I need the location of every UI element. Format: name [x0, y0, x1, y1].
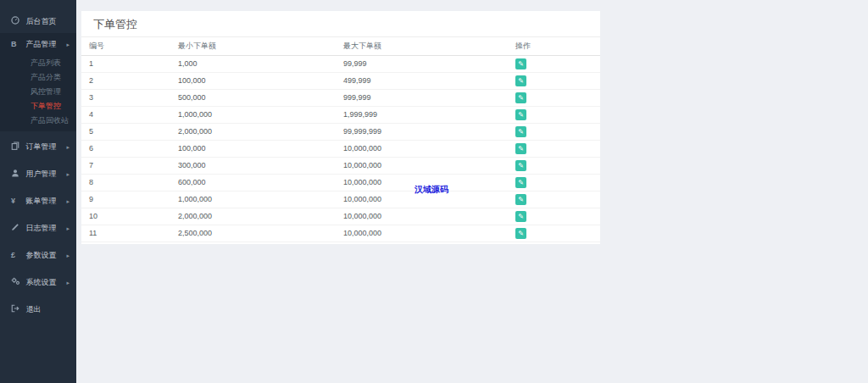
sidebar-item-risk-management[interactable]: 风控管理: [0, 85, 76, 99]
row-actions-cell: ✎: [508, 140, 600, 157]
row-min-order: 500,000: [170, 89, 336, 106]
sidebar-item-system-settings[interactable]: 系统设置 ▸: [0, 271, 76, 294]
row-id: 1: [81, 55, 170, 72]
edit-icon: ✎: [515, 92, 526, 103]
chevron-right-icon: ▸: [66, 190, 70, 213]
edit-icon: ✎: [515, 143, 526, 154]
dashboard-icon: [11, 10, 24, 33]
chevron-right-icon: ▸: [66, 136, 70, 158]
table-row: 91,000,00010,000,000✎: [81, 191, 600, 208]
chevron-right-icon: ▸: [66, 33, 70, 56]
sidebar-item-label: 后台首页: [26, 17, 57, 25]
row-min-order: 2,500,000: [170, 225, 336, 241]
edit-button[interactable]: ✎: [515, 177, 526, 188]
row-min-order: 1,000,000: [170, 106, 336, 123]
sidebar-item-bill-management[interactable]: ¥ 账单管理 ▸: [0, 190, 76, 213]
row-actions-cell: ✎: [508, 174, 600, 191]
edit-icon: ✎: [515, 160, 526, 171]
row-min-order: 300,000: [170, 157, 336, 174]
edit-button[interactable]: ✎: [515, 143, 526, 154]
log-icon: [11, 217, 24, 240]
edit-button[interactable]: ✎: [515, 58, 526, 69]
column-header-min-order: 最小下单额: [170, 37, 336, 55]
row-min-order: 100,000: [170, 140, 336, 157]
column-header-actions: 操作: [508, 37, 600, 55]
row-min-order: 1,000: [170, 55, 336, 72]
edit-icon: ✎: [515, 194, 526, 205]
row-actions-cell: ✎: [508, 208, 600, 225]
row-max-order: 499,999: [336, 72, 508, 89]
row-min-order: 600,000: [170, 174, 336, 191]
row-actions-cell: ✎: [508, 157, 600, 174]
edit-button[interactable]: ✎: [515, 228, 526, 239]
order-control-card: 下单管控 编号 最小下单额 最大下单额 操作 11,00099,999✎2100…: [81, 11, 600, 244]
sidebar-item-product-category[interactable]: 产品分类: [0, 70, 76, 85]
chevron-right-icon: ▸: [66, 244, 70, 267]
edit-icon: ✎: [515, 177, 526, 188]
row-min-order: 2,000,000: [170, 123, 336, 140]
order-limits-table: 编号 最小下单额 最大下单额 操作 11,00099,999✎2100,0004…: [81, 37, 600, 242]
table-row: 7300,00010,000,000✎: [81, 157, 600, 174]
row-min-order: 2,000,000: [170, 208, 336, 225]
row-actions-cell: ✎: [508, 89, 600, 106]
row-id: 9: [81, 191, 170, 208]
row-id: 2: [81, 72, 170, 89]
edit-button[interactable]: ✎: [515, 194, 526, 205]
row-max-order: 999,999: [336, 89, 508, 106]
chevron-right-icon: ▸: [66, 271, 70, 294]
column-header-max-order: 最大下单额: [336, 37, 508, 55]
table-row: 6100,00010,000,000✎: [81, 140, 600, 157]
page-title: 下单管控: [81, 11, 600, 37]
sidebar-item-label: 产品管理: [26, 40, 57, 48]
row-id: 10: [81, 208, 170, 225]
table-row: 41,000,0001,999,999✎: [81, 106, 600, 123]
sidebar-item-label: 订单管理: [26, 142, 57, 151]
row-actions-cell: ✎: [508, 191, 600, 208]
table-row: 3500,000999,999✎: [81, 89, 600, 106]
edit-button[interactable]: ✎: [515, 160, 526, 171]
sidebar-item-order-control[interactable]: 下单管控: [0, 99, 76, 114]
edit-button[interactable]: ✎: [515, 211, 526, 222]
row-max-order: 99,999: [336, 55, 508, 72]
edit-button[interactable]: ✎: [515, 126, 526, 137]
row-actions-cell: ✎: [508, 225, 600, 241]
sidebar-item-user-management[interactable]: 用户管理 ▸: [0, 163, 76, 186]
row-max-order: 99,999,999: [336, 123, 508, 140]
row-actions-cell: ✎: [508, 123, 600, 140]
orders-icon: [11, 136, 24, 158]
pound-icon: £: [11, 244, 24, 267]
table-row: 102,000,00010,000,000✎: [81, 208, 600, 225]
row-id: 6: [81, 140, 170, 157]
row-id: 5: [81, 123, 170, 140]
sidebar-item-product-list[interactable]: 产品列表: [0, 56, 76, 70]
row-id: 4: [81, 106, 170, 123]
order-table-body: 11,00099,999✎2100,000499,999✎3500,000999…: [81, 55, 600, 241]
sidebar-item-logout[interactable]: 退出: [0, 298, 76, 321]
sidebar-item-product-recycle-bin[interactable]: 产品回收站: [0, 114, 76, 128]
row-actions-cell: ✎: [508, 72, 600, 89]
table-row: 112,500,00010,000,000✎: [81, 225, 600, 241]
row-max-order: 10,000,000: [336, 225, 508, 241]
sidebar-item-label: 参数设置: [26, 251, 57, 259]
sidebar-item-product-management[interactable]: B 产品管理 ▸: [0, 33, 76, 56]
gears-icon: [11, 271, 24, 294]
sidebar-item-parameter-settings[interactable]: £ 参数设置 ▸: [0, 244, 76, 267]
sidebar-item-order-management[interactable]: 订单管理 ▸: [0, 136, 76, 158]
sidebar-item-home[interactable]: 后台首页: [0, 10, 76, 33]
sidebar-item-log-management[interactable]: 日志管理 ▸: [0, 217, 76, 240]
row-min-order: 100,000: [170, 72, 336, 89]
table-row: 2100,000499,999✎: [81, 72, 600, 89]
edit-button[interactable]: ✎: [515, 109, 526, 120]
row-max-order: 1,999,999: [336, 106, 508, 123]
edit-icon: ✎: [515, 211, 526, 222]
edit-icon: ✎: [515, 58, 526, 69]
logout-icon: [11, 298, 24, 321]
row-id: 7: [81, 157, 170, 174]
edit-icon: ✎: [515, 126, 526, 137]
edit-button[interactable]: ✎: [515, 92, 526, 103]
chevron-right-icon: ▸: [66, 163, 70, 186]
watermark-link[interactable]: 汉域源码: [415, 184, 448, 196]
table-row: 11,00099,999✎: [81, 55, 600, 72]
row-max-order: 10,000,000: [336, 140, 508, 157]
edit-button[interactable]: ✎: [515, 75, 526, 86]
